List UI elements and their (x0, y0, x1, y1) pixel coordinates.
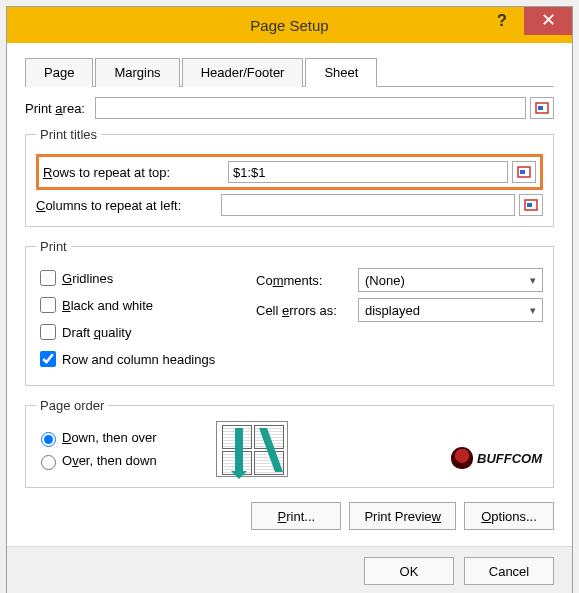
cols-repeat-input[interactable] (221, 194, 515, 216)
watermark: BUFFCOM (451, 447, 542, 469)
chevron-down-icon: ▾ (530, 274, 536, 287)
tab-page[interactable]: Page (25, 58, 93, 87)
tab-strip: Page Margins Header/Footer Sheet (25, 57, 554, 87)
dialog-body: Page Margins Header/Footer Sheet Print a… (7, 43, 572, 546)
buffcom-logo-icon (451, 447, 473, 469)
down-then-over-radio[interactable]: Down, then over (36, 429, 216, 447)
print-group: Print Gridlines Black and white Draft qu… (25, 239, 554, 386)
cols-repeat-label: Columns to repeat at left: (36, 198, 221, 213)
tab-sheet[interactable]: Sheet (305, 58, 377, 87)
help-button[interactable]: ? (480, 7, 524, 35)
action-buttons: Print... Print Preview Options... (25, 502, 554, 530)
page-order-group: Page order Down, then over Over, then do… (25, 398, 554, 488)
page-order-legend: Page order (36, 398, 108, 413)
comments-label: Comments: (256, 273, 358, 288)
svg-rect-1 (538, 106, 543, 110)
over-then-down-radio[interactable]: Over, then down (36, 452, 216, 470)
cellerrors-dropdown[interactable]: displayed ▾ (358, 298, 543, 322)
svg-rect-5 (527, 203, 532, 207)
print-area-row: Print area: (25, 97, 554, 119)
rows-repeat-row: Rows to repeat at top: (36, 154, 543, 190)
options-button[interactable]: Options... (464, 502, 554, 530)
dialog-footer: OK Cancel (7, 546, 572, 593)
cols-repeat-range-button[interactable] (519, 194, 543, 216)
headings-checkbox[interactable]: Row and column headings (36, 348, 256, 370)
print-preview-button[interactable]: Print Preview (349, 502, 456, 530)
chevron-down-icon: ▾ (530, 304, 536, 317)
print-area-input[interactable] (95, 97, 526, 119)
rows-repeat-label: Rows to repeat at top: (43, 165, 228, 180)
draft-checkbox[interactable]: Draft quality (36, 321, 256, 343)
close-button[interactable]: ✕ (524, 7, 572, 35)
print-area-range-button[interactable] (530, 97, 554, 119)
gridlines-checkbox[interactable]: Gridlines (36, 267, 256, 289)
cancel-button[interactable]: Cancel (464, 557, 554, 585)
dialog-title: Page Setup (250, 17, 328, 34)
tab-headerfooter[interactable]: Header/Footer (182, 58, 304, 87)
collapse-dialog-icon (524, 198, 538, 212)
print-titles-legend: Print titles (36, 127, 101, 142)
print-button[interactable]: Print... (251, 502, 341, 530)
rows-repeat-range-button[interactable] (512, 161, 536, 183)
comments-dropdown[interactable]: (None) ▾ (358, 268, 543, 292)
collapse-dialog-icon (535, 101, 549, 115)
page-setup-dialog: Page Setup ? ✕ Page Margins Header/Foote… (6, 6, 573, 593)
print-legend: Print (36, 239, 71, 254)
print-area-label: Print area: (25, 101, 95, 116)
rows-repeat-input[interactable] (228, 161, 508, 183)
tab-margins[interactable]: Margins (95, 58, 179, 87)
collapse-dialog-icon (517, 165, 531, 179)
svg-rect-3 (520, 170, 525, 174)
page-order-preview-icon (216, 421, 288, 477)
cellerrors-label: Cell errors as: (256, 303, 358, 318)
print-titles-group: Print titles Rows to repeat at top: Colu… (25, 127, 554, 227)
cols-repeat-row: Columns to repeat at left: (36, 194, 543, 216)
ok-button[interactable]: OK (364, 557, 454, 585)
bw-checkbox[interactable]: Black and white (36, 294, 256, 316)
titlebar: Page Setup ? ✕ (7, 7, 572, 43)
